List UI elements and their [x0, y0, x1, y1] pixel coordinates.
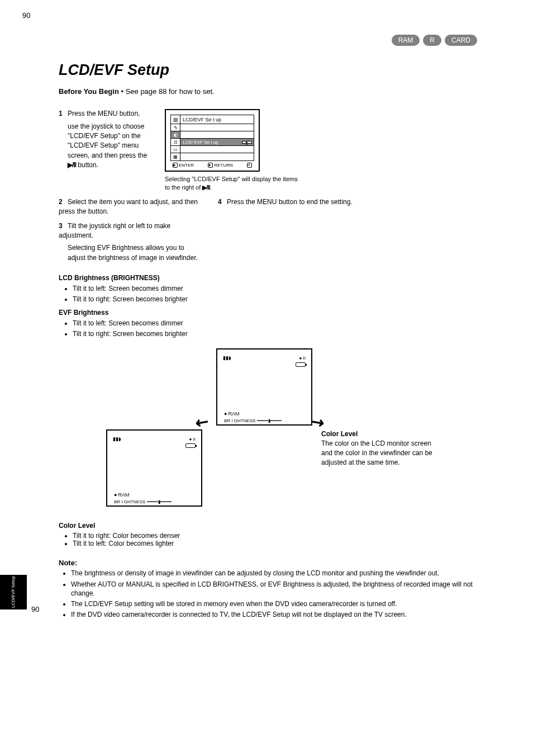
- step1-l4: "LCD/EVF Setup" menu: [68, 141, 151, 150]
- cancel-icon: ⊘: [247, 163, 252, 168]
- page-number-bottom: 90: [31, 605, 39, 613]
- step3-sub: Selecting EVF Brightness allows you to a…: [68, 243, 204, 263]
- menu-icon-5: ▦: [171, 153, 180, 160]
- menu-icon-2: ◐: [171, 131, 180, 139]
- page-title: LCD/EVF Setup: [59, 62, 477, 79]
- menu-title: LCD/EVF Se t up: [180, 116, 254, 123]
- badge-card: CARD: [445, 35, 477, 46]
- step2-step3: 2Select the item you want to adjust, and…: [59, 197, 204, 263]
- media-badges: RAM R CARD: [392, 35, 477, 46]
- step1-l1: Press the MENU button,: [68, 110, 140, 117]
- step4: 4Press the MENU button to end the settin…: [218, 197, 477, 207]
- screen-brightness-bar-2: ▮▮◗ ● II ●RAM BR I GHTNESS ━━━━▮━━━━: [106, 429, 202, 507]
- note-li2: Whether AUTO or MANUAL is specified in L…: [71, 580, 477, 598]
- return-label: RETURN: [214, 163, 232, 168]
- camera-icon-2: ▮▮◗: [113, 436, 121, 442]
- color-level-block: Color Level Tilt it to right: Color beco…: [59, 522, 477, 547]
- badge-ram: RAM: [392, 35, 420, 46]
- screens-figure: ▮▮◗ ● II ●RAM BR I GHTNESS ━━━━▮━━━━ ↙ ↙…: [59, 348, 477, 522]
- note-li1: The brightness or density of image in vi…: [71, 569, 477, 578]
- play-pause-icon-2: ▶/II: [202, 184, 210, 191]
- menu-title-icon: ▧: [171, 115, 180, 124]
- play-pause-icon: ▶/II: [68, 161, 76, 169]
- note-li4: If the DVD video camera/recorder is conn…: [71, 610, 477, 619]
- battery-icon: [296, 362, 306, 367]
- rec-indicator-2: ● II: [189, 437, 196, 442]
- battery-icon-2: [185, 443, 196, 448]
- menu-icon-3: ⊡: [171, 139, 180, 146]
- rec-dot-icon: ●: [224, 411, 227, 417]
- lcd-brightness: LCD Brightness (BRIGHTNESS) Tilt it to l…: [59, 274, 477, 304]
- screen-brightness-bar: ▮▮◗ ● II ●RAM BR I GHTNESS ━━━━▮━━━━: [216, 348, 312, 426]
- enter-label: ENTER: [179, 163, 194, 168]
- step1-l5: screen, and then press the: [68, 151, 151, 160]
- rec-indicator: ● II: [299, 356, 306, 361]
- step1-l6: button.: [76, 161, 98, 169]
- subtitle: Before You Begin • See page 88 for how t…: [59, 87, 477, 97]
- note-li3: The LCD/EVF Setup setting will be stored…: [71, 599, 477, 608]
- rec-dot-icon-2: ●: [114, 492, 117, 498]
- page-number-top: 90: [22, 11, 30, 20]
- note-block: Note: The brightness or density of image…: [59, 559, 477, 619]
- side-tab: LCD/EVF Setup: [0, 575, 27, 609]
- evf-brightness: EVF Brightness Tilt it to left: Screen b…: [59, 309, 477, 339]
- stop-icon: ■: [208, 163, 213, 168]
- subtitle-rest: • See page 88 for how to set.: [121, 87, 214, 96]
- badge-r: R: [423, 35, 441, 46]
- menu-icon-1: ✎: [171, 124, 180, 131]
- camera-icon: ▮▮◗: [223, 355, 231, 361]
- step1-l2: use the joystick to choose: [68, 122, 151, 131]
- color-level-desc: Color Level The color on the LCD monitor…: [321, 429, 433, 497]
- step2: 2Select the item you want to adjust, and…: [59, 197, 204, 217]
- step3: 3Tilt the joystick right or left to make…: [59, 221, 204, 241]
- subtitle-prefix: Before You Begin: [59, 87, 121, 96]
- menu-icon-4: ▭: [171, 146, 180, 153]
- menu-screenshot: ▧ LCD/EVF Se t up ✎ ◐ ⊡ ▭ ▦: [165, 109, 260, 172]
- step1-l3: "LCD/EVF Setup" on the: [68, 131, 151, 141]
- menu-row-selected: LCD/ EVF Se t up: [180, 139, 254, 146]
- step1-block: 1Press the MENU button, use the joystick…: [59, 109, 151, 192]
- menu-caption: Selecting "LCD/EVF Setup" will display t…: [165, 175, 302, 192]
- enter-icon: ▶: [173, 163, 178, 168]
